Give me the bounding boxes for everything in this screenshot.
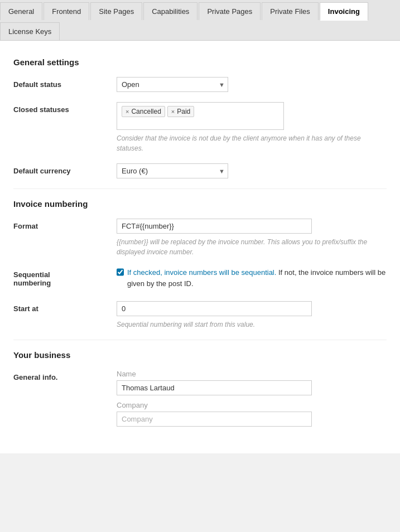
format-hint: {{number}} will be replaced by the invoi… bbox=[117, 237, 387, 257]
sequential-numbering-hint: If checked, invoice numbers will be sequ… bbox=[127, 267, 387, 289]
general-info-row: General info. Name Company bbox=[13, 370, 387, 432]
currency-select[interactable]: Euro (€) US Dollar ($) British Pound (£) bbox=[117, 163, 228, 178]
start-at-label: Start at bbox=[13, 301, 117, 313]
tag-cancelled-label: Cancelled bbox=[131, 108, 161, 115]
section-divider-2 bbox=[13, 340, 387, 340]
general-info-label: General info. bbox=[13, 370, 117, 381]
tag-paid: × Paid bbox=[167, 106, 194, 117]
format-input[interactable] bbox=[117, 219, 312, 234]
format-row: Format {{number}} will be replaced by th… bbox=[13, 219, 387, 257]
tab-invoicing[interactable]: Invoicing bbox=[320, 2, 368, 21]
page-wrap: General Frontend Site Pages Capabilities… bbox=[0, 0, 400, 532]
closed-statuses-row: Closed statuses × Cancelled × Paid Consi… bbox=[13, 102, 387, 153]
default-status-row: Default status Open Pending Paid Cancell… bbox=[13, 77, 387, 92]
currency-select-wrapper: Euro (€) US Dollar ($) British Pound (£)… bbox=[117, 163, 228, 178]
company-field-label: Company bbox=[117, 401, 387, 409]
sequential-numbering-control: If checked, invoice numbers will be sequ… bbox=[117, 267, 387, 291]
name-input[interactable] bbox=[117, 380, 312, 395]
company-input[interactable] bbox=[117, 412, 312, 427]
default-status-select-wrapper: Open Pending Paid Cancelled ▼ bbox=[117, 77, 228, 92]
sequential-numbering-label: Sequential numbering bbox=[13, 267, 117, 287]
format-label: Format bbox=[13, 219, 117, 230]
section-divider-1 bbox=[13, 188, 387, 189]
default-status-control: Open Pending Paid Cancelled ▼ bbox=[117, 77, 387, 92]
your-business-title: Your business bbox=[13, 350, 387, 360]
tab-general[interactable]: General bbox=[0, 2, 42, 20]
start-at-row: Start at Sequential numbering will start… bbox=[13, 301, 387, 330]
tab-site-pages[interactable]: Site Pages bbox=[90, 2, 142, 20]
closed-statuses-label: Closed statuses bbox=[13, 102, 117, 114]
general-settings-title: General settings bbox=[13, 57, 387, 67]
start-at-control: Sequential numbering will start from thi… bbox=[117, 301, 387, 330]
default-currency-control: Euro (€) US Dollar ($) British Pound (£)… bbox=[117, 163, 387, 178]
format-control: {{number}} will be replaced by the invoi… bbox=[117, 219, 387, 257]
sequential-numbering-checkbox[interactable] bbox=[117, 268, 124, 276]
tab-private-pages[interactable]: Private Pages bbox=[199, 2, 261, 20]
main-content: General settings Default status Open Pen… bbox=[0, 41, 400, 453]
tab-frontend[interactable]: Frontend bbox=[44, 2, 89, 20]
tag-cancelled: × Cancelled bbox=[122, 106, 165, 117]
tab-license-keys[interactable]: License Keys bbox=[0, 22, 60, 40]
tag-paid-label: Paid bbox=[177, 108, 190, 115]
tag-paid-remove-icon[interactable]: × bbox=[171, 108, 175, 115]
default-status-select[interactable]: Open Pending Paid Cancelled bbox=[117, 77, 228, 92]
default-status-label: Default status bbox=[13, 77, 117, 89]
start-at-hint: Sequential numbering will start from thi… bbox=[117, 320, 387, 330]
general-info-control: Name Company bbox=[117, 370, 387, 432]
closed-statuses-hint: Consider that the invoice is not due by … bbox=[117, 133, 387, 153]
tab-capabilities[interactable]: Capabilities bbox=[143, 2, 197, 20]
tab-private-files[interactable]: Private Files bbox=[262, 2, 319, 20]
sequential-checkbox-row: If checked, invoice numbers will be sequ… bbox=[117, 267, 387, 289]
name-field-label: Name bbox=[117, 370, 387, 378]
invoice-numbering-title: Invoice numbering bbox=[13, 199, 387, 209]
closed-statuses-tag-box[interactable]: × Cancelled × Paid bbox=[117, 102, 284, 130]
default-currency-label: Default currency bbox=[13, 163, 117, 175]
sequential-numbering-row: Sequential numbering If checked, invoice… bbox=[13, 267, 387, 291]
tab-navigation: General Frontend Site Pages Capabilities… bbox=[0, 0, 400, 41]
sequential-hint-blue: If checked, invoice numbers will be sequ… bbox=[127, 268, 276, 277]
default-currency-row: Default currency Euro (€) US Dollar ($) … bbox=[13, 163, 387, 178]
closed-statuses-control: × Cancelled × Paid Consider that the inv… bbox=[117, 102, 387, 153]
tag-cancelled-remove-icon[interactable]: × bbox=[126, 108, 129, 115]
start-at-input[interactable] bbox=[117, 301, 312, 316]
